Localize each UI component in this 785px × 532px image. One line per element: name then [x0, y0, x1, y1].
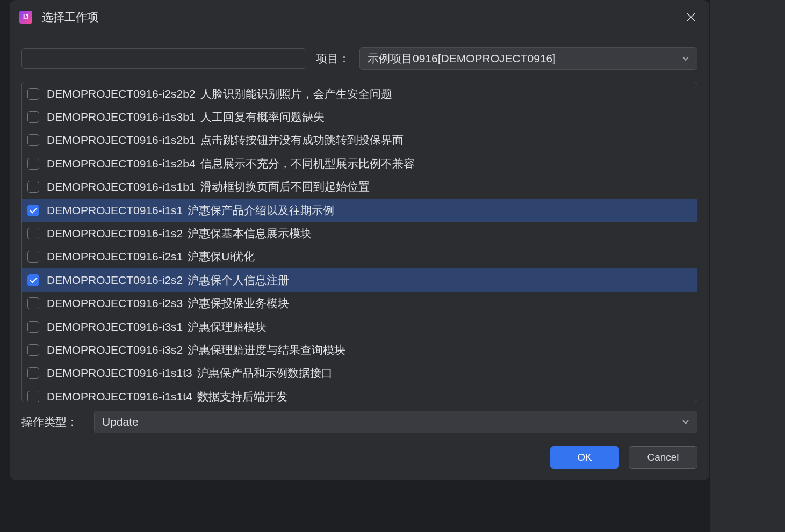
checkbox[interactable]: [27, 297, 39, 309]
item-id: DEMOPROJECT0916-i1s2b1: [47, 134, 196, 147]
list-item[interactable]: DEMOPROJECT0916-i1s2b4信息展示不充分，不同机型展示比例不兼…: [22, 152, 697, 175]
item-id: DEMOPROJECT0916-i1s1t3: [47, 367, 192, 380]
list-item[interactable]: DEMOPROJECT0916-i1s2沪惠保基本信息展示模块: [22, 222, 697, 245]
item-desc: 人脸识别能识别照片，会产生安全问题: [200, 86, 392, 101]
dialog-title: 选择工作项: [42, 10, 685, 25]
item-desc: 数据支持后端开发: [197, 389, 287, 402]
item-id: DEMOPROJECT0916-i3s2: [47, 344, 183, 356]
checkbox[interactable]: [27, 111, 39, 123]
close-button[interactable]: [685, 11, 697, 24]
operation-select[interactable]: Update: [94, 411, 697, 433]
checkbox[interactable]: [27, 344, 39, 356]
checkbox[interactable]: [27, 134, 39, 146]
item-id: DEMOPROJECT0916-i1s1t4: [47, 390, 192, 402]
dialog-buttons: OK Cancel: [10, 433, 709, 480]
checkbox[interactable]: [27, 158, 39, 170]
filter-input[interactable]: [21, 48, 306, 69]
list-item[interactable]: DEMOPROJECT0916-i3s2沪惠保理赔进度与结果查询模块: [22, 338, 697, 361]
item-id: DEMOPROJECT0916-i2s1: [47, 250, 183, 263]
item-desc: 点击跳转按钮并没有成功跳转到投保界面: [200, 133, 404, 148]
operation-label: 操作类型：: [21, 414, 78, 429]
filter-row: 项目： 示例项目0916[DEMOPROJECT0916]: [10, 32, 709, 76]
list-item[interactable]: DEMOPROJECT0916-i3s1沪惠保理赔模块: [22, 315, 697, 338]
item-desc: 沪惠保产品和示例数据接口: [197, 366, 333, 381]
list-item[interactable]: DEMOPROJECT0916-i2s1沪惠保Ui优化: [22, 245, 697, 268]
item-desc: 沪惠保投保业务模块: [188, 296, 289, 311]
select-work-item-dialog: IJ 选择工作项 项目： 示例项目0916[DEMOPROJECT0916] D…: [10, 0, 709, 480]
checkbox[interactable]: [27, 181, 39, 193]
chevron-down-icon: [682, 418, 689, 426]
item-desc: 沪惠保个人信息注册: [188, 273, 289, 288]
operation-row: 操作类型： Update: [10, 402, 709, 433]
item-id: DEMOPROJECT0916-i1s1: [47, 204, 183, 217]
item-desc: 人工回复有概率问题缺失: [200, 110, 325, 125]
list-item[interactable]: DEMOPROJECT0916-i1s1沪惠保产品介绍以及往期示例: [22, 199, 697, 222]
ok-button[interactable]: OK: [550, 446, 619, 469]
editor-background: [710, 0, 785, 532]
checkbox[interactable]: [27, 391, 39, 402]
list-item[interactable]: DEMOPROJECT0916-i1s3b1人工回复有概率问题缺失: [22, 105, 697, 128]
project-select[interactable]: 示例项目0916[DEMOPROJECT0916]: [359, 47, 697, 70]
item-desc: 沪惠保理赔模块: [188, 319, 267, 334]
item-desc: 滑动框切换页面后不回到起始位置: [200, 179, 370, 194]
item-id: DEMOPROJECT0916-i3s1: [47, 320, 183, 333]
chevron-down-icon: [682, 55, 689, 62]
operation-select-value: Update: [102, 416, 682, 428]
item-desc: 沪惠保理赔进度与结果查询模块: [188, 342, 345, 358]
item-id: DEMOPROJECT0916-i1s2: [47, 227, 183, 240]
list-item[interactable]: DEMOPROJECT0916-i2s2b2人脸识别能识别照片，会产生安全问题: [22, 82, 697, 105]
item-id: DEMOPROJECT0916-i1s1b1: [47, 180, 196, 193]
item-desc: 沪惠保产品介绍以及往期示例: [188, 203, 334, 218]
checkbox[interactable]: [27, 228, 39, 239]
list-item[interactable]: DEMOPROJECT0916-i1s1b1滑动框切换页面后不回到起始位置: [22, 176, 697, 199]
list-item[interactable]: DEMOPROJECT0916-i1s1t3沪惠保产品和示例数据接口: [22, 362, 697, 385]
checkbox[interactable]: [27, 321, 39, 333]
project-select-value: 示例项目0916[DEMOPROJECT0916]: [368, 51, 682, 66]
dialog-header: IJ 选择工作项: [10, 0, 709, 32]
item-id: DEMOPROJECT0916-i1s2b4: [47, 157, 196, 170]
item-desc: 沪惠保基本信息展示模块: [188, 226, 312, 241]
list-item[interactable]: DEMOPROJECT0916-i2s3沪惠保投保业务模块: [22, 292, 697, 315]
item-id: DEMOPROJECT0916-i1s3b1: [47, 111, 196, 123]
checkbox[interactable]: [27, 205, 39, 216]
item-desc: 信息展示不充分，不同机型展示比例不兼容: [200, 156, 415, 171]
project-label: 项目：: [316, 51, 350, 66]
checkbox[interactable]: [27, 274, 39, 286]
close-icon: [686, 12, 696, 22]
list-item[interactable]: DEMOPROJECT0916-i1s2b1点击跳转按钮并没有成功跳转到投保界面: [22, 129, 697, 152]
list-item[interactable]: DEMOPROJECT0916-i1s1t4数据支持后端开发: [22, 385, 697, 402]
item-id: DEMOPROJECT0916-i2s3: [47, 297, 183, 310]
intellij-icon: IJ: [19, 11, 32, 24]
item-id: DEMOPROJECT0916-i2s2: [47, 274, 183, 287]
checkbox[interactable]: [27, 367, 39, 379]
work-item-list-scroll[interactable]: DEMOPROJECT0916-i2s2b2人脸识别能识别照片，会产生安全问题D…: [22, 82, 697, 402]
checkbox[interactable]: [27, 88, 39, 100]
work-item-list: DEMOPROJECT0916-i2s2b2人脸识别能识别照片，会产生安全问题D…: [21, 82, 697, 402]
item-id: DEMOPROJECT0916-i2s2b2: [47, 88, 196, 100]
item-desc: 沪惠保Ui优化: [188, 249, 255, 264]
checkbox[interactable]: [27, 251, 39, 263]
list-item[interactable]: DEMOPROJECT0916-i2s2沪惠保个人信息注册: [22, 268, 697, 291]
cancel-button[interactable]: Cancel: [629, 446, 697, 469]
